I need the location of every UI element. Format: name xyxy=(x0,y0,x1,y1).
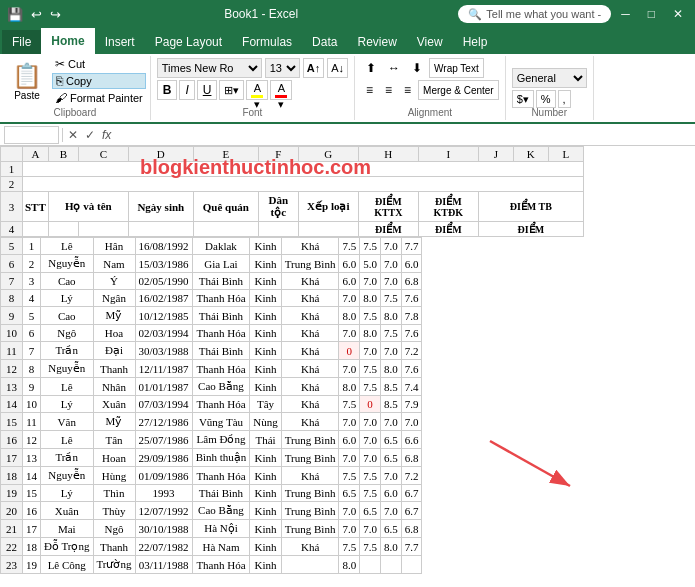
cancel-formula-icon[interactable]: ✕ xyxy=(66,127,80,143)
table-row: 8 4 Lý Ngân 16/02/1987 Thanh Hóa Kinh Kh… xyxy=(1,290,422,307)
tell-me-box[interactable]: 🔍 Tell me what you want - xyxy=(458,5,611,23)
format-painter-button[interactable]: 🖌 Format Painter xyxy=(52,90,146,106)
title-text: Book1 - Excel xyxy=(68,7,454,21)
format-painter-icon: 🖌 xyxy=(55,91,67,105)
currency-btn[interactable]: $▾ xyxy=(512,90,534,108)
empty-row-2: 2 xyxy=(1,177,584,192)
qat-redo[interactable]: ↪ xyxy=(47,5,64,24)
header-ktdk: ĐIỂM KTĐK xyxy=(418,192,478,222)
col-header-E[interactable]: E xyxy=(193,147,258,162)
ribbon-tabs: File Home Insert Page Layout Formulas Da… xyxy=(0,28,695,54)
font-group: Times New Ro 13 A↑ A↓ B I U ⊞▾ A▾ A▾ Fon… xyxy=(151,56,355,120)
increase-font-btn[interactable]: A↑ xyxy=(303,58,324,78)
tab-file[interactable]: File xyxy=(2,30,41,54)
tab-view[interactable]: View xyxy=(407,30,453,54)
formula-input[interactable] xyxy=(116,127,691,143)
col-header-J[interactable]: J xyxy=(478,147,513,162)
table-row: 12 8 Nguyễn Thanh 12/11/1987 Thanh Hóa K… xyxy=(1,360,422,378)
col-header-B[interactable]: B xyxy=(48,147,78,162)
align-top-btn[interactable]: ⬆ xyxy=(361,58,381,78)
table-row: 5 1 Lê Hân 16/08/1992 Daklak Kinh Khá 7.… xyxy=(1,238,422,255)
svg-line-1 xyxy=(490,441,570,486)
table-row: 18 14 Nguyễn Hùng 01/09/1986 Thanh Hóa K… xyxy=(1,467,422,485)
number-group: General $▾ % , Number xyxy=(506,56,594,120)
sub-header-diem3: ĐIỂM xyxy=(478,222,583,237)
font-size-select[interactable]: 13 xyxy=(265,58,300,78)
tab-review[interactable]: Review xyxy=(347,30,406,54)
italic-btn[interactable]: I xyxy=(179,80,194,100)
header-birthday: Ngày sinh xyxy=(128,192,193,222)
table-row: 11 7 Trần Đại 30/03/1988 Thái Bình Kinh … xyxy=(1,342,422,360)
tab-page-layout[interactable]: Page Layout xyxy=(145,30,232,54)
table-header-row: 3 STT Họ và tên Ngày sinh Quê quán Dân t… xyxy=(1,192,584,222)
table-sub-header-row: 4 ĐIỂM ĐIỂM ĐIỂM xyxy=(1,222,584,237)
align-bottom-btn[interactable]: ⬇ xyxy=(407,58,427,78)
fill-color-btn[interactable]: A▾ xyxy=(246,80,268,100)
insert-function-icon[interactable]: fx xyxy=(100,127,113,143)
number-format-select[interactable]: General xyxy=(512,68,587,88)
tab-home[interactable]: Home xyxy=(41,28,94,54)
sub-header-diem2: ĐIỂM xyxy=(418,222,478,237)
copy-icon: ⎘ xyxy=(56,74,63,88)
tab-formulas[interactable]: Formulas xyxy=(232,30,302,54)
font-color-btn[interactable]: A▾ xyxy=(270,80,292,100)
header-hometown: Quê quán xyxy=(193,192,258,222)
table-row: 6 2 Nguyễn Nam 15/03/1986 Gia Lai Kinh T… xyxy=(1,255,422,273)
align-middle-btn[interactable]: ↔ xyxy=(383,58,405,78)
tab-insert[interactable]: Insert xyxy=(95,30,145,54)
ribbon-content: 📋 Paste ✂ Cut ⎘ Copy 🖌 Format Painter C xyxy=(0,54,695,124)
underline-btn[interactable]: U xyxy=(197,80,218,100)
table-row: 17 13 Trần Hoan 29/09/1986 Bình thuận Ki… xyxy=(1,449,422,467)
col-header-K[interactable]: K xyxy=(513,147,548,162)
tab-data[interactable]: Data xyxy=(302,30,347,54)
confirm-formula-icon[interactable]: ✓ xyxy=(83,127,97,143)
col-header-H[interactable]: H xyxy=(358,147,418,162)
cut-icon: ✂ xyxy=(55,57,65,71)
table-row: 7 3 Cao Ý 02/05/1990 Thái Bình Kinh Khá … xyxy=(1,273,422,290)
align-center-btn[interactable]: ≡ xyxy=(380,80,397,100)
align-right-btn[interactable]: ≡ xyxy=(399,80,416,100)
border-btn[interactable]: ⊞▾ xyxy=(219,80,244,100)
bold-btn[interactable]: B xyxy=(157,80,178,100)
spreadsheet-area: blogkienthuctinhoc.com A B C D E F G H I… xyxy=(0,146,695,587)
table-row: 20 16 Xuân Thùy 12/07/1992 Cao Bằng Kinh… xyxy=(1,502,422,520)
col-header-L[interactable]: L xyxy=(548,147,583,162)
paste-button[interactable]: 📋 Paste xyxy=(4,55,50,107)
qat-save[interactable]: 💾 xyxy=(4,5,26,24)
title-bar: 💾 ↩ ↪ Book1 - Excel 🔍 Tell me what you w… xyxy=(0,0,695,28)
percent-btn[interactable]: % xyxy=(536,90,556,108)
header-ethnic: Dân tộc xyxy=(258,192,298,222)
merge-center-btn[interactable]: Merge & Center xyxy=(418,80,499,100)
copy-button[interactable]: ⎘ Copy xyxy=(52,73,146,89)
table-row: 14 10 Lý Xuân 07/03/1994 Thanh Hóa Tây K… xyxy=(1,396,422,413)
header-rank: Xếp loại xyxy=(298,192,358,222)
col-header-F[interactable]: F xyxy=(258,147,298,162)
align-left-btn[interactable]: ≡ xyxy=(361,80,378,100)
col-header-G[interactable]: G xyxy=(298,147,358,162)
tab-help[interactable]: Help xyxy=(453,30,498,54)
col-header-C[interactable]: C xyxy=(78,147,128,162)
data-table: 5 1 Lê Hân 16/08/1992 Daklak Kinh Khá 7.… xyxy=(0,237,422,574)
header-stt: STT xyxy=(23,192,49,222)
header-diem-tb: ĐIỂM TB xyxy=(478,192,583,222)
cut-button[interactable]: ✂ Cut xyxy=(52,56,146,72)
font-name-select[interactable]: Times New Ro xyxy=(157,58,262,78)
alignment-group: ⬆ ↔ ⬇ Wrap Text ≡ ≡ ≡ Merge & Center Ali… xyxy=(355,56,506,120)
col-header-D[interactable]: D xyxy=(128,147,193,162)
restore-btn[interactable]: □ xyxy=(640,5,663,23)
decrease-font-btn[interactable]: A↓ xyxy=(327,58,348,78)
table-row: 9 5 Cao Mỹ 10/12/1985 Thái Bình Kinh Khá… xyxy=(1,307,422,325)
formula-bar: ✕ ✓ fx xyxy=(0,124,695,146)
empty-row-1: 1 xyxy=(1,162,584,177)
col-header-A[interactable]: A xyxy=(23,147,49,162)
comma-btn[interactable]: , xyxy=(558,90,571,108)
close-btn[interactable]: ✕ xyxy=(665,5,691,23)
qat-undo[interactable]: ↩ xyxy=(28,5,45,24)
table-row: 10 6 Ngô Hoa 02/03/1994 Thanh Hóa Kinh K… xyxy=(1,325,422,342)
col-header-I[interactable]: I xyxy=(418,147,478,162)
minimize-btn[interactable]: ─ xyxy=(613,5,638,23)
clipboard-group: 📋 Paste ✂ Cut ⎘ Copy 🖌 Format Painter C xyxy=(0,56,151,120)
name-box[interactable] xyxy=(4,126,59,144)
header-name: Họ và tên xyxy=(48,192,128,222)
wrap-text-btn[interactable]: Wrap Text xyxy=(429,58,484,78)
